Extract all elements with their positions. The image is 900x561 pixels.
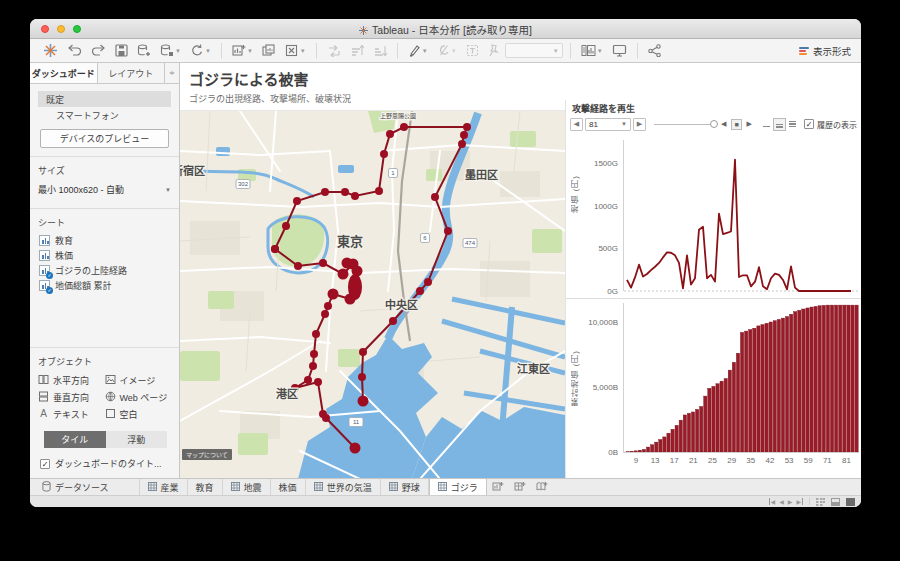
object-item-text-object[interactable]: Aテキスト [38,408,105,421]
object-item-blank[interactable]: 空白 [105,408,172,421]
image-icon [105,374,116,387]
sheet-list-item[interactable]: ✓教育 [30,233,179,248]
sheet-name: 株価 [55,249,73,262]
show-tabs-button[interactable] [846,498,855,506]
show-me-button[interactable]: 表示形式 [799,44,851,58]
device-phone-row[interactable]: スマートフォン [38,107,171,123]
stop-button[interactable]: ■ [731,119,741,130]
play-reverse-button[interactable]: ◀ [718,118,729,130]
sheet-tab-株価[interactable]: 株価 [271,479,306,495]
checkbox-checked-icon[interactable]: ✓ [40,459,50,469]
clear-sheet-button[interactable]: ▼ [282,41,309,61]
status-bar: ◀ ◀ ▶ ▶ [30,495,861,507]
in-dashboard-check-icon: ✓ [46,272,53,279]
step-forward-button[interactable]: ▶ [633,118,646,131]
chevron-down-icon: ▼ [621,121,627,127]
add-datasource-button[interactable] [134,41,154,61]
sheet-list-item[interactable]: ✓株価 [30,248,179,263]
sheet-list-item[interactable]: ✓地価総額 累計 [30,278,179,293]
svg-text:上野恩賜公園: 上野恩賜公園 [380,112,416,120]
page-slider[interactable] [654,124,714,125]
next-tab-button[interactable]: ▶ [788,498,793,505]
sheet-tab-ゴジラ[interactable]: ゴジラ [429,479,487,495]
map-attribution[interactable]: マップについて [182,449,232,460]
pin-button[interactable] [485,41,502,61]
sheet-tab-地震[interactable]: 地震 [223,479,271,495]
object-item-horizontal-container[interactable]: 水平方向 [38,374,105,387]
play-forward-button[interactable]: ▶ [744,118,755,130]
device-preview-button[interactable]: デバイスのプレビュー [40,129,169,148]
presentation-button[interactable] [609,41,630,61]
charts-column: 攻撃経路を再生 ◀ 81 ▼ ▶ ◀ ■ ▶ [565,100,861,478]
sheet-list-item[interactable]: ✓ゴジラの上陸経路 [30,263,179,278]
show-me-label: 表示形式 [813,44,851,58]
pane-tab-layout[interactable]: レイアウト [98,63,166,83]
tile-button[interactable]: タイル [44,431,106,448]
share-button[interactable] [645,41,664,61]
new-worksheet-tab-button[interactable] [487,479,509,495]
last-tab-button[interactable]: ▶ [796,498,803,505]
object-item-image[interactable]: イメージ [105,374,172,387]
step-back-button[interactable]: ◀ [570,118,583,131]
size-dropdown[interactable]: 最小 1000x620 - 自動 ▼ [30,181,179,202]
page-value: 81 [589,120,598,129]
show-cards-button[interactable]: ▼ [578,41,606,61]
new-worksheet-button[interactable]: ▼ [229,41,256,61]
sheet-tab-教育[interactable]: 教育 [188,479,223,495]
slider-thumb[interactable] [710,120,718,128]
sheet-name: 地価総額 累計 [55,279,112,292]
show-history-checkbox-row[interactable]: ✓ 履歴の表示 [804,119,857,130]
line-chart[interactable] [624,140,859,292]
hide-pane-icon[interactable]: ≑ [165,63,179,83]
new-story-tab-button[interactable] [531,479,553,495]
device-default-row[interactable]: 既定 [38,91,171,107]
pin-icon [488,44,499,57]
svg-text:墨田区: 墨田区 [465,169,498,181]
map-canvas[interactable]: 1647430211 東京墨田区中央区江東区港区新宿区上野恩賜公園 [180,111,565,478]
svg-text:中央区: 中央区 [385,298,418,311]
new-dashboard-tab-button[interactable] [509,479,531,495]
sheet-tab-bar: データソース産業教育地震株価世界の気温野球ゴジラ [30,478,861,495]
history-trail-short-button[interactable] [760,118,773,131]
sort-descending-button[interactable] [370,41,390,61]
y-axis-tick-label: 0B [582,448,618,457]
datasource-tab[interactable]: データソース [34,479,140,495]
page-value-dropdown[interactable]: 81 ▼ [585,118,631,131]
tableau-logo-button[interactable] [40,41,61,61]
refresh-button[interactable]: ▼ [187,41,214,61]
add-datasource-icon [137,44,151,57]
prev-tab-button[interactable]: ◀ [779,498,784,505]
save-button[interactable] [112,41,131,61]
history-trail-long-button[interactable] [786,118,799,131]
first-tab-button[interactable]: ◀ [769,498,776,505]
sheet-tab-野球[interactable]: 野球 [381,479,429,495]
y-axis-tick-label: 0G [582,287,618,296]
object-item-vertical-container[interactable]: 垂直方向 [38,391,105,404]
pause-updates-button[interactable]: ▼ [157,41,184,61]
float-button[interactable]: 浮動 [106,431,168,448]
undo-button[interactable] [64,41,85,61]
redo-button[interactable] [88,41,109,61]
show-labels-button[interactable]: ▼ [434,41,460,61]
show-sheet-sorter-button[interactable] [816,498,825,506]
pane-tab-dashboard[interactable]: ダッシュボード [30,63,98,83]
show-filmstrip-button[interactable] [831,498,840,506]
checkbox-checked-icon[interactable]: ✓ [804,119,814,129]
dashboard-title-checkbox-row[interactable]: ✓ ダッシュボードのタイト... [30,448,179,478]
dashboard-grid-icon [389,482,398,493]
bar-chart[interactable] [624,303,859,453]
toolbar-separator [316,43,317,59]
svg-text:A: A [40,408,47,419]
datasource-tab-label: データソース [55,481,109,494]
sheet-tab-産業[interactable]: 産業 [140,479,188,495]
highlight-button[interactable]: ▼ [405,41,431,61]
duplicate-sheet-button[interactable] [259,41,279,61]
swap-axes-button[interactable] [324,41,344,61]
history-trail-medium-button[interactable] [773,118,786,131]
fit-dropdown[interactable]: ▼ [505,43,563,58]
fix-axes-button[interactable] [463,41,482,61]
sheet-tab-世界の気温[interactable]: 世界の気温 [306,479,381,495]
sort-ascending-button[interactable] [347,41,367,61]
map-view[interactable]: 1647430211 東京墨田区中央区江東区港区新宿区上野恩賜公園 マップについ… [180,110,565,478]
object-item-web-page[interactable]: Web ページ [105,391,172,404]
